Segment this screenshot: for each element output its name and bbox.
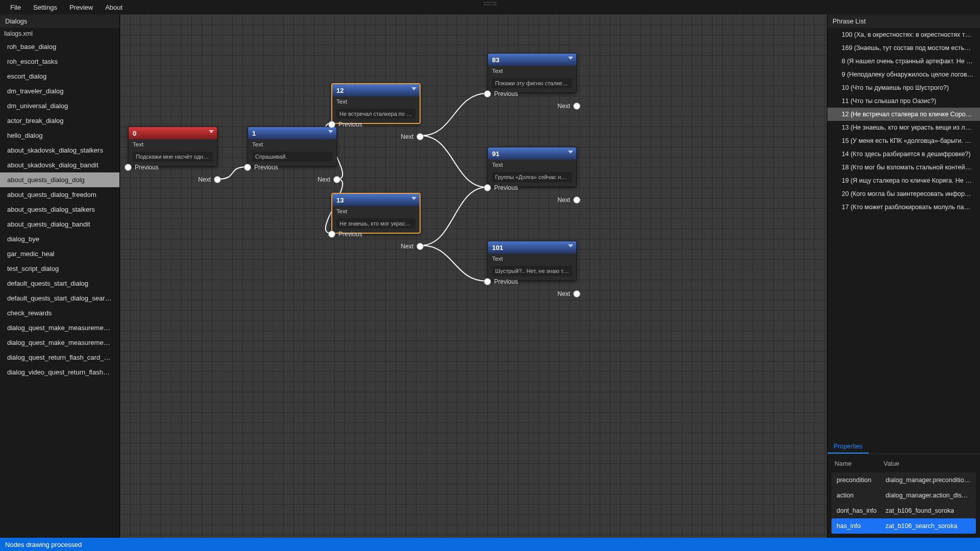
phrase-item[interactable]: 20 (Кого могла бы заинтересовать информа… [827,187,980,201]
chevron-down-icon[interactable] [568,57,573,60]
property-row[interactable]: dont_has_infozat_b106_found_soroka [831,503,976,518]
dialog-item[interactable]: actor_break_dialog [0,113,119,128]
menu-item-about[interactable]: About [99,2,129,13]
dialog-item[interactable]: dialog_bye [0,232,119,246]
phrase-item[interactable]: 10 (Что ты думаешь про Шустрого?) [827,81,980,94]
property-row[interactable]: preconditiondialog_manager.precondition_… [831,472,976,488]
dialog-item[interactable]: dialog_quest_make_measurements_start [0,320,119,335]
dialog-item[interactable]: roh_escort_tasks [0,54,119,69]
dialog-node[interactable]: 1TextСпрашивай.PreviousNext [248,127,337,166]
tab-properties[interactable]: Properties [827,440,869,454]
node-header[interactable]: 12 [332,84,420,96]
port-dot-icon [573,290,580,297]
chevron-down-icon[interactable] [328,130,333,133]
dialog-item[interactable]: dialog_video_quest_return_flash_card_sta… [0,365,119,380]
node-port-next[interactable]: Next [198,176,221,183]
phrase-item[interactable]: 9 (Неподалеку обнаружилось целое логово … [827,68,980,81]
dialog-item[interactable]: about_quests_dialog_stalkers [0,202,119,217]
dialogs-file-name: lialogs.xml [0,28,119,39]
dialog-item[interactable]: gar_medic_heal [0,246,119,261]
dialog-item[interactable]: dm_traveler_dialog [0,84,119,98]
node-port-next[interactable]: Next [557,290,580,297]
chevron-down-icon[interactable] [209,130,214,133]
property-row[interactable]: actiondialog_manager.action_disable_q... [831,488,976,503]
port-label: Previous [494,278,518,285]
node-port-previous[interactable]: Previous [125,164,159,171]
dialog-node[interactable]: 0TextПодскажи мне насчёт одного делPrevi… [128,127,217,166]
dialog-item[interactable]: about_quests_dialog_bandit [0,217,119,232]
dialogs-panel-title: Dialogs [0,14,119,28]
dialog-item[interactable]: about_skadovsk_dialog_stalkers [0,143,119,158]
phrase-item[interactable]: 100 (Ха, в окрестностях: в окрестностях … [827,28,980,41]
dialog-item[interactable]: about_skadovsk_dialog_bandit [0,158,119,172]
node-port-previous[interactable]: Previous [244,164,278,171]
menu-item-settings[interactable]: Settings [27,2,63,13]
phrase-item[interactable]: 11 (Что ты слышал про Оазис?) [827,94,980,108]
phrase-item[interactable]: 15 (У меня есть КПК «долговца»-барыги. К… [827,134,980,147]
dialog-item[interactable]: hello_dialog [0,128,119,143]
phrase-item[interactable]: 14 (Кто здесь разбирается в дешифровке?) [827,147,980,161]
node-port-previous[interactable]: Previous [484,278,518,285]
menu-bar: FileSettingsPreviewAbout [0,0,980,14]
property-name: precondition [837,477,886,484]
chevron-down-icon[interactable] [568,244,573,247]
port-dot-icon [328,121,335,128]
node-port-previous[interactable]: Previous [484,90,518,97]
phrase-item[interactable]: 18 (Кто мог бы взломать стальной контейн… [827,161,980,174]
port-label: Previous [494,184,518,191]
node-port-previous[interactable]: Previous [328,121,362,128]
node-port-previous[interactable]: Previous [484,184,518,191]
property-row[interactable]: has_infozat_b106_search_soroka [831,518,976,534]
node-header[interactable]: 13 [332,194,420,206]
dialog-node[interactable]: 13TextНе знаешь, кто мог украсть вещиPre… [331,193,421,234]
port-label: Previous [135,164,159,171]
dialog-node[interactable]: 101TextШустрый?.. Нет, не знаю такого. М… [487,241,577,281]
dialog-item[interactable]: check_rewards [0,306,119,320]
node-port-next[interactable]: Next [401,243,424,250]
window-grip[interactable] [484,2,496,5]
port-label: Next [401,133,413,140]
node-header[interactable]: 0 [129,127,217,139]
port-label: Next [401,243,413,250]
node-port-next[interactable]: Next [401,133,424,140]
dialog-item[interactable]: about_quests_dialog_dolg [0,172,119,187]
phrase-item[interactable]: 169 (Знаешь, тут состав под мостом есть?… [827,41,980,55]
property-value: zat_b106_search_soroka [886,522,971,530]
menu-item-file[interactable]: File [4,2,27,13]
dialog-item[interactable]: test_script_dialog [0,261,119,276]
phrase-item[interactable]: 12 (Не встречал сталкера по кличке Сорок… [827,108,980,121]
dialog-item[interactable]: default_quests_start_dialog_search_tools [0,291,119,306]
dialog-node[interactable]: 83TextПокажи эту фигню сталкерам, оньPre… [487,53,577,93]
node-canvas[interactable]: 0TextПодскажи мне насчёт одного делPrevi… [120,14,827,538]
node-header[interactable]: 101 [488,241,576,254]
phrase-item[interactable]: 19 (Я ищу сталкера по кличке Коряга. Не … [827,174,980,187]
dialog-item[interactable]: escort_dialog [0,69,119,84]
phrase-list[interactable]: 100 (Ха, в окрестностях: в окрестностях … [827,28,980,439]
chevron-down-icon[interactable] [568,151,573,154]
dialog-list[interactable]: roh_base_dialogroh_escort_tasksescort_di… [0,39,119,538]
dialog-item[interactable]: dialog_quest_make_measurements_finish [0,335,119,350]
node-sublabel: Text [488,66,576,76]
properties-tab-strip: Properties [827,439,980,454]
node-text: Спрашивай. [252,152,332,162]
dialog-item[interactable]: default_quests_start_dialog [0,276,119,291]
menu-item-preview[interactable]: Preview [63,2,99,13]
dialog-item[interactable]: about_quests_dialog_freedom [0,187,119,202]
dialog-node[interactable]: 12TextНе встречал сталкера по кличке СPr… [331,83,421,124]
node-port-next[interactable]: Next [557,196,580,204]
dialog-item[interactable]: roh_base_dialog [0,39,119,54]
dialog-item[interactable]: dialog_quest_return_flash_card_start [0,350,119,365]
dialog-item[interactable]: dm_universal_dialog [0,98,119,113]
chevron-down-icon[interactable] [411,87,416,90]
phrase-item[interactable]: 8 (Я нашел очень странный артефакт. Не с… [827,55,980,68]
phrase-item[interactable]: 13 (Не знаешь, кто мог украсть вещи из л… [827,121,980,134]
node-header[interactable]: 91 [488,147,576,160]
node-port-next[interactable]: Next [317,176,340,183]
node-header[interactable]: 83 [488,54,576,66]
node-port-previous[interactable]: Previous [328,231,362,238]
dialog-node[interactable]: 91TextГруппы «Долга» сейчас не проводPre… [487,147,577,187]
node-port-next[interactable]: Next [557,103,580,110]
node-header[interactable]: 1 [248,127,336,139]
chevron-down-icon[interactable] [411,197,416,200]
phrase-item[interactable]: 17 (Кто может разблокировать молуль памя… [827,201,980,214]
